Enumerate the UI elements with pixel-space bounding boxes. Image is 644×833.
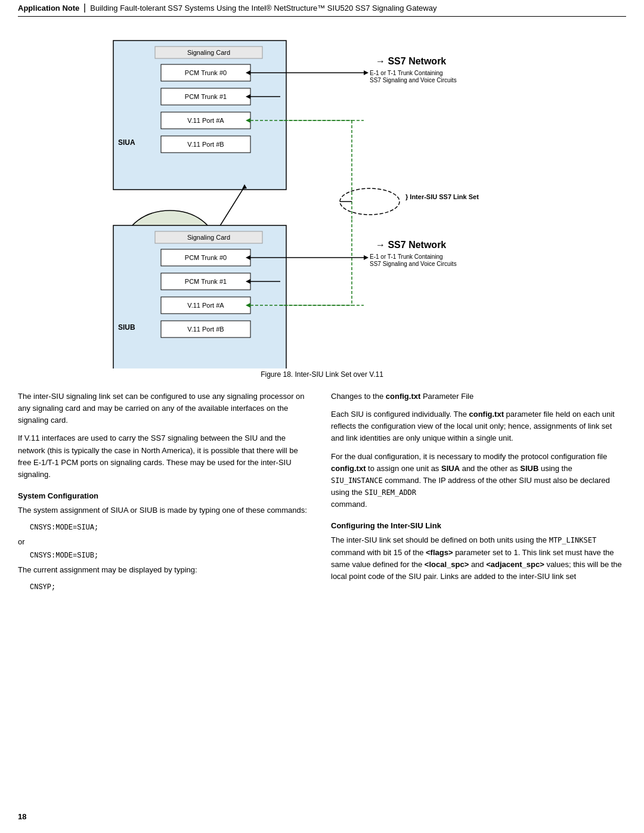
diagram-container: SIUA Signaling Card PCM Trunk #0 PCM Tru… — [78, 29, 566, 379]
pcm0-label-1: PCM Trunk #0 — [185, 69, 227, 76]
para1: The inter-SIU signaling link set can be … — [18, 391, 313, 426]
inter-siu-bold2: <local_spc> — [425, 560, 469, 569]
left-column: The inter-SIU signaling link set can be … — [18, 391, 313, 595]
siua-label: SIUA — [118, 138, 135, 147]
ss7-network-label-2: → SS7 Network — [376, 240, 446, 250]
page: Application Note Building Fault-tolerant… — [0, 0, 644, 833]
inter-siu-para1: The inter-SIU link set should be defined… — [331, 534, 626, 583]
changes-para2-pre: For the dual configuration, it is necess… — [331, 452, 607, 461]
para2: If V.11 interfaces are used to carry the… — [18, 432, 313, 481]
siub-label: SIUB — [118, 323, 135, 332]
inter-siu-heading: Configuring the Inter-SIU Link — [331, 520, 626, 532]
v11a-label-1: V.11 Port #A — [187, 117, 224, 124]
changes-para2-siub: SIUB — [520, 464, 538, 473]
changes-para1-pre: Each SIU is configured individually. The — [331, 410, 469, 419]
header-subtitle: Building Fault-tolerant SS7 Systems Usin… — [90, 4, 436, 13]
e1t1-label-1: E-1 or T-1 Trunk Containing — [370, 70, 443, 76]
signaling-card-label-2: Signaling Card — [187, 234, 230, 241]
pcm0-label-2: PCM Trunk #0 — [185, 254, 227, 261]
content-area: The inter-SIU signaling link set can be … — [18, 391, 626, 595]
figure-caption: Figure 18. Inter-SIU Link Set over V.11 — [78, 370, 566, 379]
changes-heading-end: Parameter File — [423, 392, 473, 401]
system-config-heading: System Configuration — [18, 490, 313, 502]
code3: CNSYP; — [30, 582, 313, 593]
ss7-network-label-1: → SS7 Network — [376, 56, 446, 66]
changes-para3-end: command. — [331, 500, 367, 509]
changes-para1: Each SIU is configured individually. The… — [331, 408, 626, 444]
page-number: 18 — [18, 812, 26, 821]
current-assign-para: The current assignment may be displayed … — [18, 564, 313, 576]
e1t1-sublabel-1: SS7 Signaling and Voice Circuits — [370, 77, 457, 83]
inter-siu-para1-mid: command with bit 15 of the — [331, 548, 426, 557]
changes-heading-para: Changes to the config.txt Parameter File — [331, 391, 626, 402]
changes-para2: For the dual configuration, it is necess… — [331, 451, 626, 511]
signaling-card-label-1: Signaling Card — [187, 49, 230, 56]
pcm1-label-1: PCM Trunk #1 — [185, 93, 227, 100]
changes-para2-siua: SIUA — [441, 464, 460, 473]
changes-para2-bold: config.txt — [331, 464, 366, 473]
changes-heading: Changes to the — [331, 392, 383, 401]
inter-siu-label: } Inter-SIU SS7 Link Set — [405, 193, 479, 200]
header-label: Application Note — [18, 4, 85, 13]
changes-code2: SIU_REM_ADDR — [364, 488, 416, 497]
system-config-para: The system assignment of SIUA or SIUB is… — [18, 504, 313, 516]
right-column: Changes to the config.txt Parameter File… — [331, 391, 626, 595]
or-text: or — [18, 536, 313, 548]
code1: CNSYS:MODE=SIUA; — [30, 522, 313, 534]
e1t1-sublabel-2: SS7 Signaling and Voice Circuits — [370, 261, 457, 267]
header: Application Note Building Fault-tolerant… — [18, 0, 626, 17]
code2: CNSYS:MODE=SIUB; — [30, 550, 313, 562]
changes-code1: SIU_INSTANCE — [331, 476, 383, 485]
diagram-svg: SIUA Signaling Card PCM Trunk #0 PCM Tru… — [78, 29, 566, 368]
arrow-ss7-siub — [364, 255, 369, 260]
changes-para2-end: using the — [538, 464, 572, 473]
changes-para1-bold: config.txt — [469, 410, 504, 419]
figure-caption-text: Figure 18. Inter-SIU Link Set over V.11 — [261, 370, 383, 379]
e1t1-label-2: E-1 or T-1 Trunk Containing — [370, 253, 443, 260]
inter-siu-para1-pre: The inter-SIU link set should be defined… — [331, 535, 549, 544]
inter-siu-para1-mid3: and — [469, 560, 486, 569]
v11b-label-2: V.11 Port #B — [187, 326, 224, 333]
v11a-label-2: V.11 Port #A — [187, 302, 224, 309]
inter-siu-code1: MTP_LINKSET — [549, 536, 596, 544]
changes-para2-mid2: and the other as — [460, 464, 520, 473]
inter-siu-bold1: <flags> — [426, 548, 453, 557]
inter-siu-bold3: <adjacent_spc> — [486, 560, 544, 569]
pcm1-label-2: PCM Trunk #1 — [185, 278, 227, 285]
changes-heading-bold: config.txt — [386, 392, 421, 401]
arrow-ss7-siua — [364, 70, 369, 75]
changes-para2-mid: to assign one unit as — [366, 464, 441, 473]
v11b-label-1: V.11 Port #B — [187, 141, 224, 148]
